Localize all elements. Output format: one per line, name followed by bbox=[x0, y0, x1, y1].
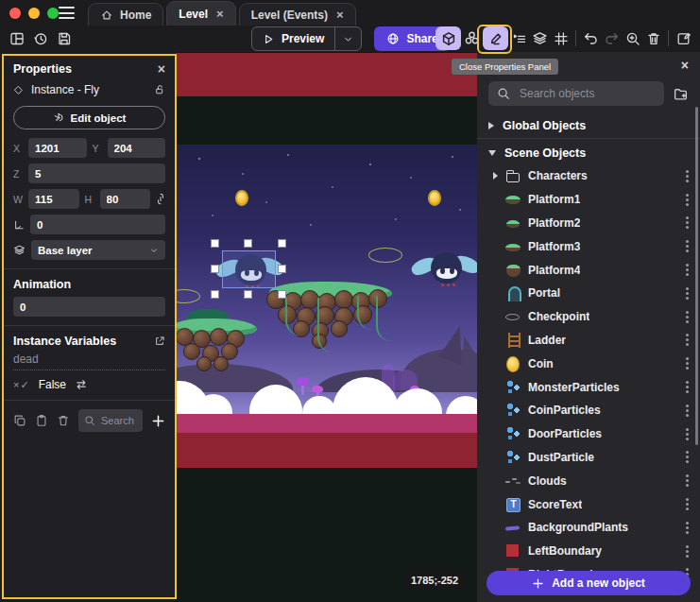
y-input[interactable] bbox=[108, 138, 166, 158]
close-button[interactable] bbox=[9, 8, 21, 19]
kebab-menu-icon[interactable] bbox=[686, 456, 689, 458]
object-list-item[interactable]: Ladder bbox=[477, 329, 700, 353]
layers-icon[interactable] bbox=[530, 26, 550, 50]
object-list-item[interactable]: BackgroundPlants bbox=[477, 516, 700, 540]
selection-handle[interactable] bbox=[244, 290, 252, 299]
selection-handle[interactable] bbox=[211, 239, 219, 248]
scene-canvas[interactable]: 1785;-252 bbox=[176, 52, 477, 602]
zoom-button[interactable] bbox=[47, 8, 59, 19]
kebab-menu-icon[interactable] bbox=[686, 268, 689, 271]
animation-input[interactable] bbox=[13, 297, 165, 317]
preview-split-button[interactable]: Preview bbox=[251, 26, 362, 51]
x-input[interactable] bbox=[28, 138, 87, 158]
close-objects-panel-icon[interactable]: × bbox=[681, 59, 689, 72]
lock-aspect-ratio-icon[interactable] bbox=[156, 193, 165, 205]
object-list-item[interactable]: DoorParticles bbox=[477, 422, 700, 446]
objects-scrollbar[interactable] bbox=[695, 107, 698, 445]
tab-level[interactable]: Level × bbox=[166, 1, 235, 26]
edit-properties-pencil-icon[interactable] bbox=[483, 26, 508, 50]
kebab-menu-icon[interactable] bbox=[686, 221, 689, 224]
close-tab-icon[interactable]: × bbox=[336, 9, 344, 21]
selection-handle[interactable] bbox=[211, 290, 219, 299]
object-list-item[interactable]: Platform3 bbox=[477, 234, 700, 258]
kebab-menu-icon[interactable] bbox=[686, 386, 689, 388]
objects-search[interactable] bbox=[488, 81, 664, 106]
object-list-item[interactable]: Characters bbox=[477, 164, 700, 188]
layer-select[interactable]: Base layer bbox=[31, 240, 165, 260]
fly-monster[interactable] bbox=[419, 250, 472, 290]
asset-store-icon[interactable] bbox=[462, 26, 482, 50]
kebab-menu-icon[interactable] bbox=[686, 550, 689, 553]
add-new-object-button[interactable]: Add a new object bbox=[487, 571, 691, 595]
selection-handle[interactable] bbox=[244, 239, 252, 248]
add-folder-icon[interactable] bbox=[673, 86, 689, 102]
preview-dropdown-chevron-icon[interactable] bbox=[335, 34, 361, 44]
bottom-boundary-object[interactable] bbox=[176, 433, 477, 468]
variable-name[interactable]: dead bbox=[13, 353, 165, 370]
object-list-item[interactable]: Platform1 bbox=[477, 188, 700, 212]
scene-notes-icon[interactable] bbox=[674, 26, 693, 50]
kebab-menu-icon[interactable] bbox=[686, 409, 689, 412]
global-objects-section[interactable]: Global Objects bbox=[477, 113, 700, 137]
object-list-item[interactable]: DustParticle bbox=[477, 446, 700, 470]
coin-sprite[interactable] bbox=[428, 190, 441, 206]
kebab-menu-icon[interactable] bbox=[686, 503, 689, 506]
top-boundary-object[interactable] bbox=[176, 53, 477, 96]
kebab-menu-icon[interactable] bbox=[686, 338, 689, 341]
panels-layout-icon[interactable] bbox=[7, 26, 26, 50]
instances-list-icon[interactable] bbox=[509, 26, 529, 50]
edit-object-button[interactable]: Edit object bbox=[13, 106, 165, 129]
z-input[interactable] bbox=[28, 163, 165, 183]
objects-3d-cube-icon[interactable] bbox=[435, 26, 461, 50]
variables-search-input[interactable] bbox=[99, 414, 137, 427]
grid-icon[interactable] bbox=[551, 26, 571, 50]
objects-search-input[interactable] bbox=[518, 86, 656, 101]
minimize-button[interactable] bbox=[28, 8, 40, 19]
object-list-item[interactable]: Checkpoint bbox=[477, 305, 700, 329]
kebab-menu-icon[interactable] bbox=[686, 433, 689, 436]
object-list-item[interactable]: Coin bbox=[477, 352, 700, 375]
kebab-menu-icon[interactable] bbox=[686, 526, 689, 529]
copy-icon[interactable] bbox=[13, 414, 26, 427]
height-input[interactable] bbox=[100, 189, 151, 209]
kebab-menu-icon[interactable] bbox=[686, 198, 689, 201]
tab-level-events[interactable]: Level (Events) × bbox=[239, 3, 356, 26]
kebab-menu-icon[interactable] bbox=[686, 245, 689, 248]
swap-value-icon[interactable] bbox=[75, 379, 88, 390]
selection-handle[interactable] bbox=[278, 290, 286, 299]
kebab-menu-icon[interactable] bbox=[686, 175, 689, 178]
object-list-item[interactable]: Platform2 bbox=[477, 212, 700, 235]
undo-icon[interactable] bbox=[581, 26, 601, 50]
object-list-item[interactable]: LeftBoundary bbox=[477, 540, 700, 563]
redo-icon[interactable] bbox=[602, 26, 622, 50]
kebab-menu-icon[interactable] bbox=[686, 362, 689, 365]
object-list-item[interactable]: Clouds bbox=[477, 469, 700, 492]
selection-handle[interactable] bbox=[211, 265, 219, 273]
open-external-icon[interactable] bbox=[154, 335, 165, 347]
checkpoint-outline[interactable] bbox=[368, 248, 402, 263]
scene-objects-section[interactable]: Scene Objects bbox=[477, 141, 700, 164]
preview-button[interactable]: Preview bbox=[252, 32, 334, 45]
variables-search[interactable] bbox=[78, 409, 143, 432]
angle-input[interactable] bbox=[30, 215, 165, 234]
coin-sprite[interactable] bbox=[235, 190, 248, 206]
add-variable-icon[interactable] bbox=[151, 414, 165, 428]
kebab-menu-icon[interactable] bbox=[686, 292, 689, 295]
object-list-item[interactable]: MonsterParticles bbox=[477, 375, 700, 399]
object-list-item[interactable]: ScoreText bbox=[477, 492, 700, 516]
caret-right-icon[interactable] bbox=[493, 172, 498, 180]
unlock-icon[interactable] bbox=[154, 84, 165, 95]
object-list-item[interactable]: Platform4 bbox=[477, 258, 700, 282]
width-input[interactable] bbox=[28, 189, 79, 209]
save-icon[interactable] bbox=[54, 26, 74, 50]
history-icon[interactable] bbox=[30, 26, 50, 50]
object-list-item[interactable]: CoinParticles bbox=[477, 399, 700, 422]
bottom-boundary-pink[interactable] bbox=[176, 414, 477, 433]
kebab-menu-icon[interactable] bbox=[686, 479, 689, 482]
variable-value[interactable]: False bbox=[39, 378, 66, 391]
trash-icon[interactable] bbox=[643, 26, 663, 50]
close-tab-icon[interactable]: × bbox=[216, 8, 224, 20]
zoom-in-icon[interactable] bbox=[623, 26, 642, 50]
close-properties-icon[interactable]: × bbox=[158, 62, 165, 76]
kebab-menu-icon[interactable] bbox=[686, 316, 689, 318]
